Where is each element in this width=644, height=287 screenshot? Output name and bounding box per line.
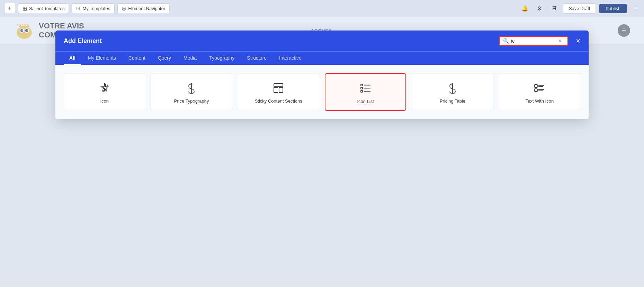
modal-body: Icon Price Typography	[55, 65, 589, 119]
add-element-modal: Add Element 🔍 ✕ × All My Elements Conten…	[55, 31, 589, 119]
element-label-sticky-content: Sticky Content Sections	[255, 98, 302, 104]
svg-rect-22	[361, 90, 363, 92]
svg-rect-17	[279, 87, 283, 93]
element-navigator-icon: ◎	[122, 6, 126, 11]
price-typography-element-icon	[186, 82, 197, 94]
tab-typography[interactable]: Typography	[204, 52, 240, 65]
element-card-pricing-table[interactable]: Pricing Table	[412, 73, 493, 111]
notification-icon: 🔔	[521, 5, 528, 12]
svg-rect-25	[535, 85, 537, 87]
publish-button[interactable]: Publish	[599, 4, 627, 13]
add-icon: +	[8, 5, 12, 12]
desktop-icon: 🖥	[551, 5, 557, 11]
svg-rect-20	[361, 87, 363, 89]
pricing-table-element-icon	[447, 82, 458, 94]
my-templates-label: My Templates	[82, 6, 110, 11]
elements-grid: Icon Price Typography	[64, 73, 580, 111]
my-templates-button[interactable]: ⊡ My Templates	[72, 3, 115, 13]
tab-query[interactable]: Query	[152, 52, 177, 65]
element-navigator-button[interactable]: ◎ Element Navigator	[117, 3, 170, 13]
tab-my-elements[interactable]: My Elements	[82, 52, 122, 65]
search-clear-icon[interactable]: ✕	[558, 38, 562, 43]
element-label-icon-list: Icon List	[357, 99, 374, 104]
tab-all[interactable]: All	[64, 52, 81, 65]
element-label-icon: Icon	[100, 98, 109, 104]
element-label-price-typography: Price Typography	[174, 98, 209, 104]
modal-tabs: All My Elements Content Query Media Typo…	[55, 51, 589, 65]
element-card-icon[interactable]: Icon	[64, 73, 145, 111]
text-with-icon-element-icon	[534, 82, 545, 94]
tab-structure[interactable]: Structure	[241, 52, 272, 65]
modal-search-wrap: 🔍 ✕ ×	[499, 36, 580, 46]
element-card-price-typography[interactable]: Price Typography	[151, 73, 232, 111]
page-area: ★★★★★ VOTRE AVI	[0, 17, 644, 287]
tab-interactive[interactable]: Interactive	[274, 52, 307, 65]
svg-rect-16	[274, 87, 278, 93]
svg-line-13	[107, 85, 108, 86]
modal-search-box: 🔍 ✕	[499, 36, 568, 46]
tab-content[interactable]: Content	[123, 52, 151, 65]
salient-templates-icon: ▦	[23, 6, 27, 11]
icon-list-element-icon	[360, 82, 371, 95]
icon-element-icon	[99, 82, 110, 94]
settings-icon-button[interactable]: ⚙	[534, 3, 545, 14]
svg-rect-15	[274, 84, 283, 86]
search-input[interactable]	[511, 38, 556, 44]
settings-icon: ⚙	[537, 5, 542, 12]
svg-rect-18	[361, 84, 363, 86]
svg-rect-28	[535, 89, 537, 92]
salient-templates-button[interactable]: ▦ Salient Templates	[18, 3, 69, 13]
toolbar: + ▦ Salient Templates ⊡ My Templates ◎ E…	[0, 0, 644, 17]
toolbar-right: 🔔 ⚙ 🖥 Save Draft Publish ⋮	[519, 3, 640, 14]
element-card-text-with-icon[interactable]: Text With Icon	[499, 73, 580, 111]
my-templates-icon: ⊡	[76, 6, 80, 11]
salient-templates-label: Salient Templates	[29, 6, 64, 11]
desktop-icon-button[interactable]: 🖥	[548, 3, 560, 14]
element-navigator-label: Element Navigator	[128, 6, 165, 11]
modal-title: Add Element	[64, 37, 102, 45]
modal-header: Add Element 🔍 ✕ ×	[55, 31, 589, 51]
search-icon: 🔍	[503, 38, 509, 44]
add-button[interactable]: +	[4, 3, 15, 14]
tab-media[interactable]: Media	[178, 52, 202, 65]
notification-icon-button[interactable]: 🔔	[519, 3, 530, 14]
close-button[interactable]: ×	[576, 37, 580, 45]
save-draft-button[interactable]: Save Draft	[563, 3, 596, 14]
element-card-icon-list[interactable]: Icon List	[325, 73, 406, 111]
more-options-button[interactable]: ⋮	[630, 3, 640, 13]
sticky-content-element-icon	[273, 82, 284, 94]
element-label-text-with-icon: Text With Icon	[526, 98, 554, 104]
element-label-pricing-table: Pricing Table	[440, 98, 465, 104]
element-card-sticky-content[interactable]: Sticky Content Sections	[238, 73, 319, 111]
